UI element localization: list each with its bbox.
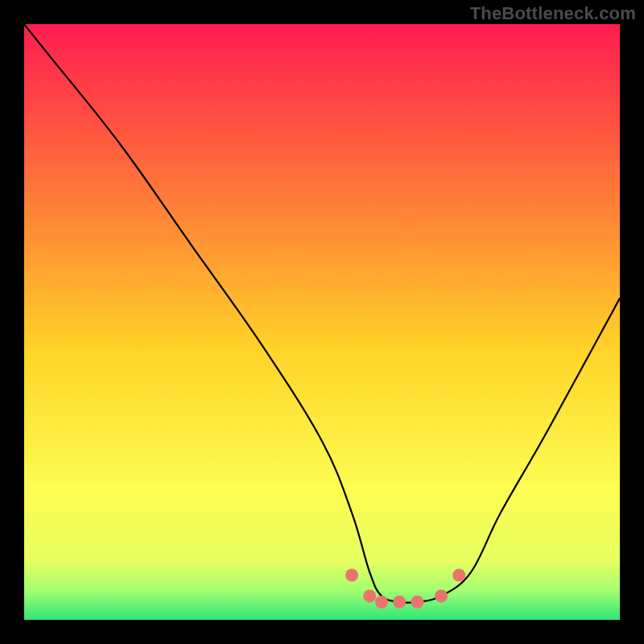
optimal-marker (452, 569, 465, 582)
optimal-marker (363, 589, 376, 602)
optimal-marker (393, 596, 406, 609)
bottleneck-curve (24, 24, 620, 603)
curve-layer (24, 24, 620, 620)
optimal-marker (375, 596, 388, 609)
plot-area (24, 24, 620, 620)
optimal-marker (345, 569, 358, 582)
watermark-text: TheBottleneck.com (470, 3, 636, 24)
optimal-marker (411, 596, 423, 609)
optimal-marker (435, 589, 448, 602)
chart-container: TheBottleneck.com (0, 0, 644, 644)
optimal-marker-group (345, 569, 465, 609)
